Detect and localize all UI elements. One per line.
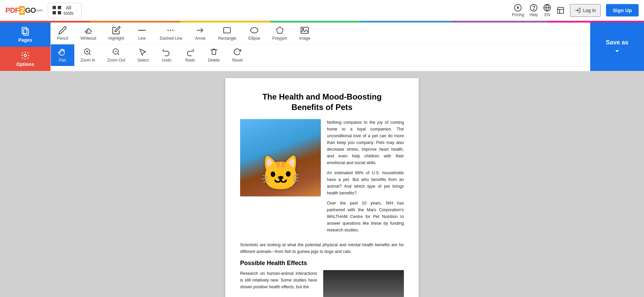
signup-button[interactable]: Sign Up (606, 4, 639, 16)
svg-rect-1 (58, 6, 61, 9)
arrow-tool[interactable]: Arrow (188, 23, 212, 44)
help-label: Help (530, 12, 538, 17)
pencil-icon (58, 26, 67, 35)
polygon-tool[interactable]: Polygon (266, 23, 293, 44)
grid-icon (52, 5, 62, 15)
tool-row-1: Pencil Whiteout Highlight (51, 23, 590, 44)
redo-label: Redo (185, 58, 195, 63)
delete-icon (210, 48, 218, 57)
svg-point-6 (533, 9, 534, 10)
all-tools-button[interactable]: All tools (48, 3, 82, 18)
top-nav: PDF 2 GO .com All tools Pricing Help (0, 0, 644, 21)
image-tool[interactable]: Image (293, 23, 316, 44)
help-nav[interactable]: Help (530, 4, 538, 17)
pdf-para3: Over the past 10 years, NIH has partnere… (327, 200, 404, 233)
whiteout-icon (84, 26, 93, 35)
pan-icon (58, 48, 67, 57)
logo-com: .com (36, 8, 42, 12)
pages-button[interactable]: Pages (0, 23, 50, 47)
zoom-in-tool[interactable]: Zoom In (74, 44, 101, 66)
svg-line-25 (117, 53, 119, 55)
dashed-line-tool[interactable]: Dashed Line (154, 23, 188, 44)
tool-row-2: Pan Zoom In Zoom Out (51, 44, 590, 66)
save-as-label: Save as (606, 39, 628, 46)
dashed-line-label: Dashed Line (160, 36, 182, 41)
options-icon (21, 51, 30, 60)
toolbar: Pages Options Pencil (0, 23, 644, 71)
pricing-nav[interactable]: Pricing (512, 4, 524, 17)
options-button[interactable]: Options (0, 47, 50, 71)
svg-rect-0 (52, 6, 56, 9)
pdf-section2-text: Research on human-animal interactions is… (240, 270, 317, 297)
help-icon (530, 4, 538, 12)
highlight-tool[interactable]: Highlight (102, 23, 130, 44)
highlight-label: Highlight (108, 36, 124, 41)
pages-icon (21, 27, 30, 36)
redo-icon (186, 48, 194, 57)
arrow-icon (196, 26, 204, 35)
document-area: The Health and Mood-BoostingBenefits of … (0, 71, 644, 297)
pan-tool[interactable]: Pan (51, 44, 74, 66)
svg-point-11 (24, 54, 27, 57)
svg-rect-2 (52, 11, 56, 14)
ellipse-label: Ellipse (249, 36, 260, 41)
logo[interactable]: PDF 2 GO .com (5, 6, 42, 15)
tools-area: Pencil Whiteout Highlight (50, 23, 590, 71)
line-tool[interactable]: Line (130, 23, 154, 44)
pdf-section-top: Nothing compares to the joy of coming ho… (240, 119, 404, 237)
language-nav[interactable]: EN (543, 4, 551, 17)
line-icon (138, 26, 146, 35)
rectangle-label: Rectangle (218, 36, 236, 41)
image-icon (300, 26, 309, 35)
arrow-label: Arrow (195, 36, 205, 41)
svg-line-21 (89, 53, 90, 55)
pdf-text-block: Nothing compares to the joy of coming ho… (327, 119, 404, 237)
dashed-line-icon (167, 26, 176, 35)
whiteout-tool[interactable]: Whiteout (74, 23, 102, 44)
login-label: Log In (583, 8, 596, 13)
rectangle-tool[interactable]: Rectangle (212, 23, 242, 44)
sidebar-buttons: Pages Options (0, 23, 50, 71)
save-as-chevron-icon (613, 47, 621, 55)
polygon-label: Polygon (272, 36, 287, 41)
options-label: Options (16, 62, 34, 67)
chevron-down-icon (76, 8, 77, 13)
pages-label: Pages (18, 37, 32, 43)
save-as-button[interactable]: Save as (590, 23, 644, 71)
pencil-tool[interactable]: Pencil (51, 23, 74, 44)
ellipse-tool[interactable]: Ellipse (242, 23, 266, 44)
rectangle-icon (223, 26, 231, 35)
svg-rect-18 (301, 27, 308, 33)
undo-label: Undo (162, 58, 172, 63)
dog-image (323, 270, 404, 297)
reset-tool[interactable]: Reset (226, 44, 249, 66)
ellipse-icon (250, 26, 259, 35)
select-label: Select (138, 58, 149, 63)
svg-rect-15 (224, 28, 230, 33)
line-label: Line (138, 36, 146, 41)
pdf-para2: An estimated 68% of U.S. households have… (327, 170, 404, 196)
select-tool[interactable]: Select (131, 44, 155, 66)
history-nav[interactable] (557, 6, 565, 14)
delete-label: Delete (208, 58, 220, 63)
undo-icon (162, 48, 171, 57)
redo-tool[interactable]: Redo (178, 44, 202, 66)
pdf-section-bottom: Research on human-animal interactions is… (240, 270, 404, 297)
delete-tool[interactable]: Delete (202, 44, 226, 66)
pdf-body-text: Scientists are looking at what the poten… (240, 242, 404, 255)
zoom-out-tool[interactable]: Zoom Out (101, 44, 131, 66)
history-icon (557, 6, 565, 14)
logo-2: 2 (19, 6, 25, 15)
language-label: EN (544, 12, 550, 17)
pdf-page: The Health and Mood-BoostingBenefits of … (225, 78, 419, 297)
login-button[interactable]: Log In (570, 4, 601, 17)
pdf-title: The Health and Mood-BoostingBenefits of … (240, 91, 404, 112)
all-tools-label: All tools (64, 5, 74, 16)
pan-label: Pan (59, 58, 66, 63)
image-label: Image (299, 36, 310, 41)
cat-image (240, 119, 321, 196)
svg-point-19 (302, 28, 304, 30)
logo-pdf: PDF (5, 6, 19, 15)
undo-tool[interactable]: Undo (155, 44, 178, 66)
select-icon (139, 48, 147, 57)
